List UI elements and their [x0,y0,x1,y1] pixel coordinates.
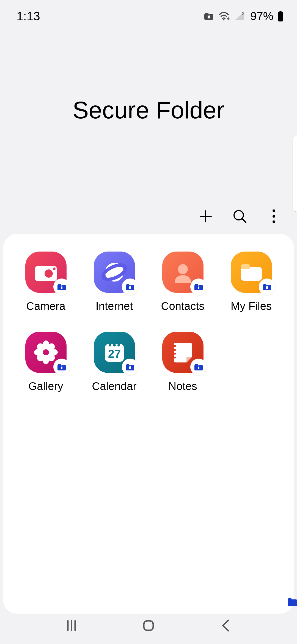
toolbar [196,207,284,227]
svg-point-13 [45,269,53,278]
lock-badge-icon [53,359,70,375]
app-label: Internet [96,300,133,312]
svg-rect-7 [278,12,283,21]
corner-lock-indicator [286,597,297,608]
signal-icon: x [234,11,245,21]
svg-point-14 [53,268,56,270]
svg-point-47 [117,344,120,346]
plus-icon [199,209,213,225]
svg-rect-61 [144,621,153,630]
header: Secure Folder [0,25,297,234]
app-internet[interactable]: Internet [80,252,148,312]
app-panel: Camera Internet [3,234,294,614]
svg-rect-26 [198,286,199,289]
svg-point-9 [273,209,275,212]
svg-rect-57 [195,364,198,366]
svg-rect-30 [263,284,266,286]
battery-icon [277,11,284,22]
svg-point-46 [113,344,116,346]
svg-rect-31 [266,286,268,289]
svg-rect-42 [58,364,61,366]
svg-point-40 [43,349,49,355]
svg-rect-60 [288,598,292,601]
app-my-files[interactable]: My Files [217,252,285,312]
svg-point-23 [178,264,188,274]
svg-rect-17 [61,286,62,289]
more-button[interactable] [264,207,284,227]
svg-text:x: x [242,11,244,15]
lock-badge-icon [259,279,275,295]
svg-point-10 [273,215,275,218]
app-grid: Camera Internet [12,252,285,392]
edge-panel-handle[interactable] [293,135,297,212]
lock-badge-icon [53,279,70,295]
svg-rect-58 [198,367,199,369]
svg-rect-16 [58,284,61,286]
status-bar: 1:13 x 97% [0,0,297,25]
wifi-icon [218,11,230,21]
svg-rect-25 [195,284,198,286]
app-camera[interactable]: Camera [12,252,80,312]
svg-rect-1 [205,13,208,15]
battery-percentage: 97% [250,10,273,23]
lock-badge-icon [122,359,138,375]
svg-point-52 [174,345,176,347]
svg-rect-50 [127,364,129,366]
nav-back-button[interactable] [215,615,237,637]
app-contacts[interactable]: Contacts [148,252,217,312]
app-gallery[interactable]: Gallery [12,332,80,392]
svg-rect-28 [241,264,250,269]
back-icon [219,618,232,634]
search-button[interactable] [230,207,250,227]
app-label: Gallery [28,380,63,392]
status-time: 1:13 [16,9,40,23]
lock-badge-icon [122,279,138,295]
page-title: Secure Folder [73,96,225,124]
svg-rect-51 [129,367,131,369]
add-button[interactable] [196,207,216,227]
more-icon [272,209,276,225]
svg-text:27: 27 [108,347,121,360]
app-calendar[interactable]: 27 Calendar [80,332,148,392]
navigation-bar [0,608,297,644]
svg-point-53 [174,349,176,351]
svg-point-45 [109,344,111,346]
nav-home-button[interactable] [138,615,160,637]
app-label: Camera [26,300,65,312]
svg-point-55 [174,357,176,359]
lock-badge-icon [190,359,207,375]
svg-point-54 [174,353,176,355]
home-icon [141,618,156,634]
app-label: Notes [168,380,197,392]
svg-rect-21 [127,284,129,286]
svg-point-4 [223,19,224,21]
svg-point-11 [273,220,275,223]
svg-rect-22 [129,286,131,289]
app-notes[interactable]: Notes [148,332,217,392]
svg-rect-43 [61,367,62,369]
lock-badge-icon [190,279,207,295]
app-label: Calendar [92,380,136,392]
status-indicators: x 97% [204,10,284,23]
nav-recents-button[interactable] [61,615,82,637]
svg-rect-6 [279,11,282,12]
svg-rect-2 [208,16,210,18]
secure-folder-indicator-icon [204,12,215,21]
recents-icon [64,618,79,634]
app-label: Contacts [161,300,205,312]
app-label: My Files [231,300,272,312]
search-icon [232,209,248,225]
